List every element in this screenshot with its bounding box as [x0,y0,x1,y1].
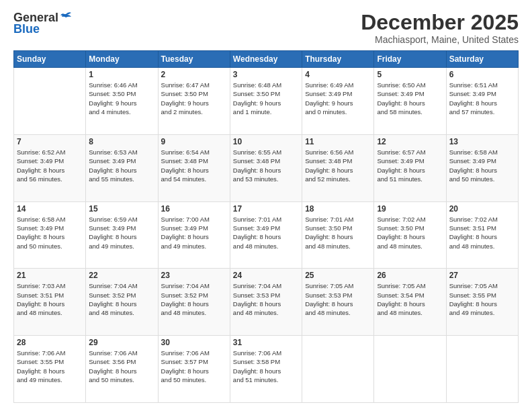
day-number: 22 [89,271,154,280]
day-info: Sunrise: 7:05 AM Sunset: 3:55 PM Dayligh… [449,281,515,317]
calendar-cell: 12Sunrise: 6:57 AM Sunset: 3:49 PM Dayli… [374,134,446,201]
day-info: Sunrise: 6:49 AM Sunset: 3:49 PM Dayligh… [305,81,371,116]
calendar-cell [302,336,374,403]
calendar-cell: 24Sunrise: 7:04 AM Sunset: 3:53 PM Dayli… [230,269,302,336]
day-number: 21 [17,271,83,280]
day-info: Sunrise: 6:47 AM Sunset: 3:50 PM Dayligh… [161,81,227,116]
day-number: 26 [377,271,443,280]
logo: General Blue [13,11,73,36]
day-number: 3 [233,70,299,79]
calendar-cell: 23Sunrise: 7:04 AM Sunset: 3:52 PM Dayli… [158,269,230,336]
calendar-cell: 25Sunrise: 7:05 AM Sunset: 3:53 PM Dayli… [302,269,374,336]
title-area: December 2025 Machiasport, Maine, United… [361,11,519,45]
day-number: 19 [377,204,443,214]
calendar-cell: 8Sunrise: 6:53 AM Sunset: 3:49 PM Daylig… [86,134,158,201]
day-info: Sunrise: 7:06 AM Sunset: 3:56 PM Dayligh… [89,349,154,384]
location: Machiasport, Maine, United States [361,34,519,45]
day-number: 10 [233,137,299,146]
day-info: Sunrise: 6:59 AM Sunset: 3:49 PM Dayligh… [89,215,154,250]
day-number: 1 [89,70,154,79]
logo-bird-icon [59,11,73,22]
day-info: Sunrise: 7:02 AM Sunset: 3:50 PM Dayligh… [377,215,443,250]
day-info: Sunrise: 6:57 AM Sunset: 3:49 PM Dayligh… [377,148,443,183]
calendar-cell: 26Sunrise: 7:05 AM Sunset: 3:54 PM Dayli… [374,269,446,336]
day-info: Sunrise: 7:05 AM Sunset: 3:53 PM Dayligh… [305,281,371,317]
calendar-cell: 29Sunrise: 7:06 AM Sunset: 3:56 PM Dayli… [86,336,158,403]
day-number: 2 [161,70,227,79]
calendar-cell [374,336,446,403]
day-number: 24 [233,271,299,280]
day-number: 8 [89,137,154,146]
calendar-cell: 27Sunrise: 7:05 AM Sunset: 3:55 PM Dayli… [446,269,518,336]
day-number: 17 [233,204,299,214]
day-number: 30 [161,338,227,347]
calendar-cell: 17Sunrise: 7:01 AM Sunset: 3:49 PM Dayli… [230,201,302,269]
day-info: Sunrise: 7:02 AM Sunset: 3:51 PM Dayligh… [449,215,515,250]
calendar-cell: 14Sunrise: 6:58 AM Sunset: 3:49 PM Dayli… [14,201,86,269]
day-number: 18 [305,204,371,214]
calendar-cell: 2Sunrise: 6:47 AM Sunset: 3:50 PM Daylig… [158,68,230,135]
calendar-cell: 30Sunrise: 7:06 AM Sunset: 3:57 PM Dayli… [158,336,230,403]
day-number: 4 [305,70,371,79]
day-info: Sunrise: 7:01 AM Sunset: 3:49 PM Dayligh… [233,215,299,250]
day-info: Sunrise: 6:54 AM Sunset: 3:48 PM Dayligh… [161,148,227,183]
day-number: 31 [233,338,299,347]
calendar-week-row: 28Sunrise: 7:06 AM Sunset: 3:55 PM Dayli… [14,336,519,403]
calendar-cell: 20Sunrise: 7:02 AM Sunset: 3:51 PM Dayli… [446,201,518,269]
calendar-cell [446,336,518,403]
day-number: 6 [449,70,515,79]
calendar-cell: 6Sunrise: 6:51 AM Sunset: 3:49 PM Daylig… [446,68,518,135]
day-number: 28 [17,338,83,347]
day-info: Sunrise: 6:48 AM Sunset: 3:50 PM Dayligh… [233,81,299,116]
calendar-cell: 4Sunrise: 6:49 AM Sunset: 3:49 PM Daylig… [302,68,374,135]
calendar-cell: 10Sunrise: 6:55 AM Sunset: 3:48 PM Dayli… [230,134,302,201]
logo-blue: Blue [13,22,40,36]
day-info: Sunrise: 6:58 AM Sunset: 3:49 PM Dayligh… [17,215,83,250]
calendar-week-row: 1Sunrise: 6:46 AM Sunset: 3:50 PM Daylig… [14,68,519,135]
weekday-header: Tuesday [158,51,230,68]
day-info: Sunrise: 6:53 AM Sunset: 3:49 PM Dayligh… [89,148,154,183]
day-info: Sunrise: 7:04 AM Sunset: 3:52 PM Dayligh… [89,281,154,317]
day-number: 12 [377,137,443,146]
day-info: Sunrise: 7:01 AM Sunset: 3:50 PM Dayligh… [305,215,371,250]
day-number: 27 [449,271,515,280]
day-info: Sunrise: 7:04 AM Sunset: 3:52 PM Dayligh… [161,281,227,317]
day-number: 16 [161,204,227,214]
calendar-cell: 11Sunrise: 6:56 AM Sunset: 3:48 PM Dayli… [302,134,374,201]
month-title: December 2025 [361,11,519,34]
day-info: Sunrise: 7:00 AM Sunset: 3:49 PM Dayligh… [161,215,227,250]
day-number: 20 [449,204,515,214]
day-number: 9 [161,137,227,146]
day-info: Sunrise: 6:51 AM Sunset: 3:49 PM Dayligh… [449,81,515,116]
day-number: 23 [161,271,227,280]
calendar-cell: 18Sunrise: 7:01 AM Sunset: 3:50 PM Dayli… [302,201,374,269]
weekday-header: Thursday [302,51,374,68]
calendar-cell: 21Sunrise: 7:03 AM Sunset: 3:51 PM Dayli… [14,269,86,336]
day-info: Sunrise: 6:46 AM Sunset: 3:50 PM Dayligh… [89,81,154,116]
day-info: Sunrise: 7:05 AM Sunset: 3:54 PM Dayligh… [377,281,443,317]
day-number: 11 [305,137,371,146]
calendar-cell: 19Sunrise: 7:02 AM Sunset: 3:50 PM Dayli… [374,201,446,269]
calendar-cell: 22Sunrise: 7:04 AM Sunset: 3:52 PM Dayli… [86,269,158,336]
calendar-cell: 16Sunrise: 7:00 AM Sunset: 3:49 PM Dayli… [158,201,230,269]
calendar-cell: 13Sunrise: 6:58 AM Sunset: 3:49 PM Dayli… [446,134,518,201]
calendar-table: SundayMondayTuesdayWednesdayThursdayFrid… [13,50,519,403]
day-info: Sunrise: 6:50 AM Sunset: 3:49 PM Dayligh… [377,81,443,116]
day-info: Sunrise: 7:06 AM Sunset: 3:55 PM Dayligh… [17,349,83,384]
calendar-cell: 3Sunrise: 6:48 AM Sunset: 3:50 PM Daylig… [230,68,302,135]
calendar-cell: 7Sunrise: 6:52 AM Sunset: 3:49 PM Daylig… [14,134,86,201]
calendar-cell: 9Sunrise: 6:54 AM Sunset: 3:48 PM Daylig… [158,134,230,201]
calendar-cell: 1Sunrise: 6:46 AM Sunset: 3:50 PM Daylig… [86,68,158,135]
day-info: Sunrise: 7:03 AM Sunset: 3:51 PM Dayligh… [17,281,83,317]
calendar-cell: 28Sunrise: 7:06 AM Sunset: 3:55 PM Dayli… [14,336,86,403]
day-number: 7 [17,137,83,146]
day-info: Sunrise: 7:06 AM Sunset: 3:57 PM Dayligh… [161,349,227,384]
day-info: Sunrise: 6:55 AM Sunset: 3:48 PM Dayligh… [233,148,299,183]
day-info: Sunrise: 6:56 AM Sunset: 3:48 PM Dayligh… [305,148,371,183]
calendar-cell: 5Sunrise: 6:50 AM Sunset: 3:49 PM Daylig… [374,68,446,135]
day-info: Sunrise: 7:04 AM Sunset: 3:53 PM Dayligh… [233,281,299,317]
weekday-header: Monday [86,51,158,68]
page: General Blue December 2025 Machiasport, … [0,0,532,411]
calendar-cell: 15Sunrise: 6:59 AM Sunset: 3:49 PM Dayli… [86,201,158,269]
calendar-week-row: 14Sunrise: 6:58 AM Sunset: 3:49 PM Dayli… [14,201,519,269]
